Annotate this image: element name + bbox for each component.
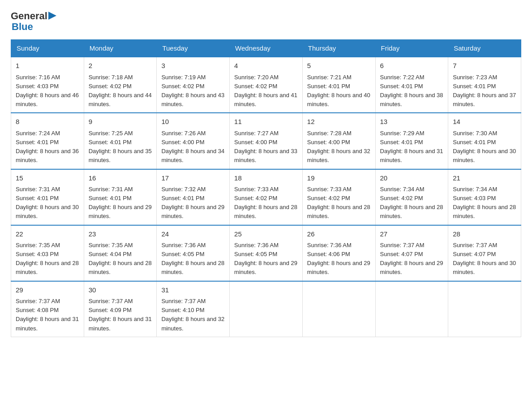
calendar-cell: 4 Sunrise: 7:20 AMSunset: 4:02 PMDayligh… (230, 57, 303, 113)
calendar-cell: 12 Sunrise: 7:28 AMSunset: 4:00 PMDaylig… (302, 113, 375, 169)
page-header: General Blue (11, 11, 521, 32)
calendar-cell: 5 Sunrise: 7:21 AMSunset: 4:01 PMDayligh… (302, 57, 375, 113)
day-number: 12 (307, 117, 371, 127)
logo: General Blue (11, 11, 56, 32)
day-number: 8 (16, 117, 79, 127)
day-info: Sunrise: 7:36 AMSunset: 4:05 PMDaylight:… (234, 242, 297, 275)
day-number: 19 (307, 173, 371, 184)
calendar-cell: 31 Sunrise: 7:37 AMSunset: 4:10 PMDaylig… (157, 281, 230, 337)
calendar-cell (230, 281, 303, 337)
calendar-cell (302, 281, 375, 337)
calendar-cell: 26 Sunrise: 7:36 AMSunset: 4:06 PMDaylig… (302, 225, 375, 281)
day-info: Sunrise: 7:37 AMSunset: 4:08 PMDaylight:… (16, 298, 79, 331)
calendar-cell: 11 Sunrise: 7:27 AMSunset: 4:00 PMDaylig… (230, 113, 303, 169)
logo-blue: Blue (12, 21, 56, 32)
day-number: 4 (234, 61, 298, 71)
day-info: Sunrise: 7:32 AMSunset: 4:01 PMDaylight:… (161, 186, 224, 219)
day-info: Sunrise: 7:20 AMSunset: 4:02 PMDaylight:… (234, 74, 297, 107)
day-info: Sunrise: 7:37 AMSunset: 4:09 PMDaylight:… (89, 298, 152, 331)
header-day-sunday: Sunday (11, 40, 84, 57)
day-info: Sunrise: 7:34 AMSunset: 4:02 PMDaylight:… (380, 186, 443, 219)
header-day-friday: Friday (375, 40, 448, 57)
logo-general: General (11, 11, 47, 21)
header-day-thursday: Thursday (302, 40, 375, 57)
day-number: 18 (234, 173, 298, 184)
calendar-cell: 1 Sunrise: 7:16 AMSunset: 4:03 PMDayligh… (11, 57, 84, 113)
day-number: 28 (453, 229, 516, 240)
calendar-week-row: 15 Sunrise: 7:31 AMSunset: 4:01 PMDaylig… (11, 169, 521, 225)
header-day-saturday: Saturday (448, 40, 521, 57)
day-number: 31 (161, 285, 225, 295)
day-number: 21 (453, 173, 516, 184)
day-number: 25 (234, 229, 298, 240)
calendar-cell: 24 Sunrise: 7:36 AMSunset: 4:05 PMDaylig… (157, 225, 230, 281)
day-info: Sunrise: 7:31 AMSunset: 4:01 PMDaylight:… (16, 186, 79, 219)
calendar-cell: 23 Sunrise: 7:35 AMSunset: 4:04 PMDaylig… (84, 225, 157, 281)
header-day-monday: Monday (84, 40, 157, 57)
day-number: 11 (234, 117, 298, 127)
day-number: 16 (89, 173, 152, 184)
day-number: 5 (307, 61, 371, 71)
day-info: Sunrise: 7:34 AMSunset: 4:03 PMDaylight:… (453, 186, 516, 219)
day-info: Sunrise: 7:29 AMSunset: 4:01 PMDaylight:… (380, 130, 443, 163)
calendar-table: SundayMondayTuesdayWednesdayThursdayFrid… (11, 39, 521, 337)
calendar-cell: 27 Sunrise: 7:37 AMSunset: 4:07 PMDaylig… (375, 225, 448, 281)
day-info: Sunrise: 7:26 AMSunset: 4:00 PMDaylight:… (161, 130, 224, 163)
calendar-cell: 21 Sunrise: 7:34 AMSunset: 4:03 PMDaylig… (448, 169, 521, 225)
calendar-cell: 3 Sunrise: 7:19 AMSunset: 4:02 PMDayligh… (157, 57, 230, 113)
calendar-week-row: 8 Sunrise: 7:24 AMSunset: 4:01 PMDayligh… (11, 113, 521, 169)
day-number: 24 (161, 229, 225, 240)
calendar-cell: 28 Sunrise: 7:37 AMSunset: 4:07 PMDaylig… (448, 225, 521, 281)
calendar-cell: 7 Sunrise: 7:23 AMSunset: 4:01 PMDayligh… (448, 57, 521, 113)
day-info: Sunrise: 7:37 AMSunset: 4:07 PMDaylight:… (380, 242, 443, 275)
calendar-cell: 9 Sunrise: 7:25 AMSunset: 4:01 PMDayligh… (84, 113, 157, 169)
calendar-week-row: 22 Sunrise: 7:35 AMSunset: 4:03 PMDaylig… (11, 225, 521, 281)
calendar-cell: 15 Sunrise: 7:31 AMSunset: 4:01 PMDaylig… (11, 169, 84, 225)
calendar-cell: 13 Sunrise: 7:29 AMSunset: 4:01 PMDaylig… (375, 113, 448, 169)
calendar-cell: 8 Sunrise: 7:24 AMSunset: 4:01 PMDayligh… (11, 113, 84, 169)
svg-marker-0 (48, 12, 56, 20)
day-info: Sunrise: 7:18 AMSunset: 4:02 PMDaylight:… (89, 74, 152, 107)
logo-triangle-icon (48, 12, 56, 20)
day-info: Sunrise: 7:24 AMSunset: 4:01 PMDaylight:… (16, 130, 79, 163)
day-info: Sunrise: 7:28 AMSunset: 4:00 PMDaylight:… (307, 130, 370, 163)
day-info: Sunrise: 7:31 AMSunset: 4:01 PMDaylight:… (89, 186, 152, 219)
calendar-cell: 10 Sunrise: 7:26 AMSunset: 4:00 PMDaylig… (157, 113, 230, 169)
calendar-cell (448, 281, 521, 337)
calendar-cell (375, 281, 448, 337)
calendar-cell: 29 Sunrise: 7:37 AMSunset: 4:08 PMDaylig… (11, 281, 84, 337)
day-number: 1 (16, 61, 79, 71)
day-info: Sunrise: 7:25 AMSunset: 4:01 PMDaylight:… (89, 130, 152, 163)
calendar-cell: 18 Sunrise: 7:33 AMSunset: 4:02 PMDaylig… (230, 169, 303, 225)
calendar-week-row: 29 Sunrise: 7:37 AMSunset: 4:08 PMDaylig… (11, 281, 521, 337)
calendar-cell: 17 Sunrise: 7:32 AMSunset: 4:01 PMDaylig… (157, 169, 230, 225)
day-info: Sunrise: 7:22 AMSunset: 4:01 PMDaylight:… (380, 74, 443, 107)
calendar-cell: 2 Sunrise: 7:18 AMSunset: 4:02 PMDayligh… (84, 57, 157, 113)
day-info: Sunrise: 7:35 AMSunset: 4:04 PMDaylight:… (89, 242, 152, 275)
day-info: Sunrise: 7:37 AMSunset: 4:10 PMDaylight:… (161, 298, 224, 331)
day-number: 7 (453, 61, 516, 71)
calendar-cell: 6 Sunrise: 7:22 AMSunset: 4:01 PMDayligh… (375, 57, 448, 113)
day-info: Sunrise: 7:36 AMSunset: 4:06 PMDaylight:… (307, 242, 370, 275)
day-info: Sunrise: 7:35 AMSunset: 4:03 PMDaylight:… (16, 242, 79, 275)
day-number: 26 (307, 229, 371, 240)
calendar-week-row: 1 Sunrise: 7:16 AMSunset: 4:03 PMDayligh… (11, 57, 521, 113)
day-info: Sunrise: 7:30 AMSunset: 4:01 PMDaylight:… (453, 130, 516, 163)
day-number: 14 (453, 117, 516, 127)
day-number: 2 (89, 61, 152, 71)
day-info: Sunrise: 7:21 AMSunset: 4:01 PMDaylight:… (307, 74, 370, 107)
day-info: Sunrise: 7:33 AMSunset: 4:02 PMDaylight:… (307, 186, 370, 219)
calendar-cell: 25 Sunrise: 7:36 AMSunset: 4:05 PMDaylig… (230, 225, 303, 281)
day-info: Sunrise: 7:36 AMSunset: 4:05 PMDaylight:… (161, 242, 224, 275)
day-number: 30 (89, 285, 152, 295)
header-day-tuesday: Tuesday (157, 40, 230, 57)
day-info: Sunrise: 7:19 AMSunset: 4:02 PMDaylight:… (161, 74, 224, 107)
day-number: 3 (161, 61, 225, 71)
day-number: 29 (16, 285, 79, 295)
day-number: 13 (380, 117, 444, 127)
header-day-wednesday: Wednesday (230, 40, 303, 57)
day-info: Sunrise: 7:37 AMSunset: 4:07 PMDaylight:… (453, 242, 516, 275)
calendar-cell: 30 Sunrise: 7:37 AMSunset: 4:09 PMDaylig… (84, 281, 157, 337)
day-number: 15 (16, 173, 79, 184)
day-number: 6 (380, 61, 444, 71)
